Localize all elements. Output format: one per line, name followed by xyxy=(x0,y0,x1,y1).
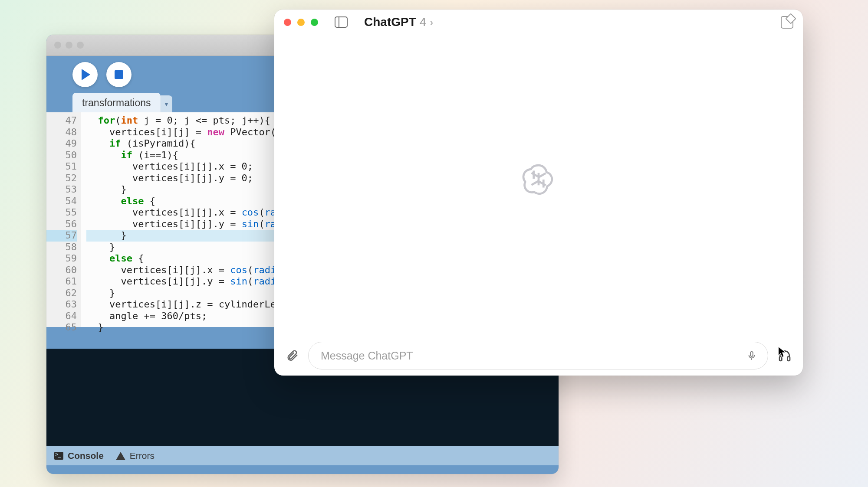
minimize-dot[interactable] xyxy=(297,19,305,26)
stop-icon xyxy=(115,70,123,79)
line-number-gutter: 47484950515253545556575859606162636465 xyxy=(46,112,81,327)
footer-tab-errors[interactable]: Errors xyxy=(116,451,155,461)
new-chat-icon[interactable] xyxy=(781,16,793,29)
svg-rect-0 xyxy=(750,352,753,356)
openai-logo-icon xyxy=(521,161,556,197)
play-icon xyxy=(82,69,90,80)
console-label: Console xyxy=(68,451,104,461)
fullscreen-dot[interactable] xyxy=(311,19,318,26)
terminal-icon xyxy=(54,452,63,460)
microphone-icon[interactable] xyxy=(747,350,756,362)
app-title: ChatGPT xyxy=(364,15,416,29)
run-button[interactable] xyxy=(72,62,98,87)
footer-tabs: Console Errors xyxy=(46,446,559,465)
tab-transformations[interactable]: transformations xyxy=(72,93,161,112)
input-bar xyxy=(274,336,803,376)
chevron-right-icon: › xyxy=(430,16,433,29)
traffic-dot-inactive xyxy=(66,42,72,49)
sidebar-toggle-icon[interactable] xyxy=(335,16,348,28)
svg-rect-2 xyxy=(788,357,790,361)
stop-button[interactable] xyxy=(106,62,132,87)
warning-icon xyxy=(116,452,125,460)
footer-tab-console[interactable]: Console xyxy=(54,451,104,461)
message-input[interactable] xyxy=(320,349,739,363)
tab-dropdown-button[interactable]: ▼ xyxy=(161,95,172,112)
attachment-icon[interactable] xyxy=(286,349,299,363)
model-version: 4 xyxy=(420,15,427,29)
traffic-dot-inactive xyxy=(77,42,84,49)
chatgpt-titlebar[interactable]: ChatGPT 4 › xyxy=(274,10,803,35)
errors-label: Errors xyxy=(130,451,155,461)
chat-body xyxy=(274,35,803,336)
model-selector[interactable]: ChatGPT 4 › xyxy=(364,15,433,29)
headphones-icon[interactable] xyxy=(778,349,792,363)
close-dot[interactable] xyxy=(284,19,291,26)
chatgpt-window: ChatGPT 4 › xyxy=(274,10,803,376)
svg-rect-1 xyxy=(779,357,782,361)
message-input-pill[interactable] xyxy=(308,342,768,369)
traffic-dot-inactive xyxy=(54,42,61,49)
